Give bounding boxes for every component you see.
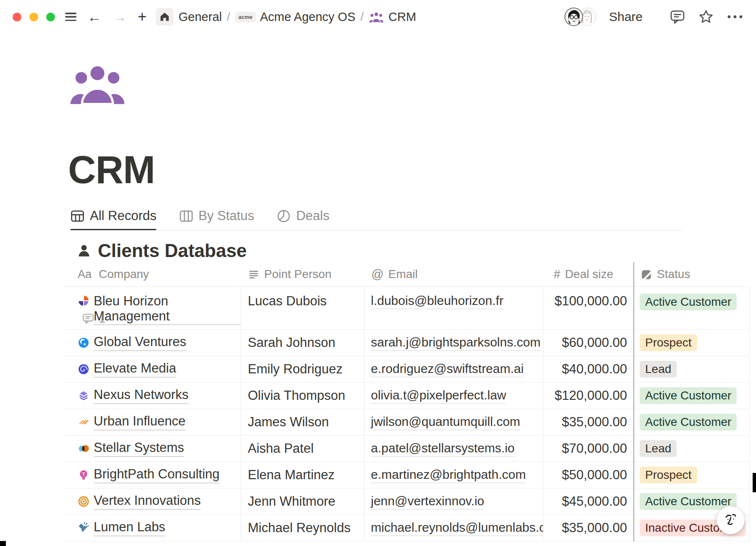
status-badge[interactable]: Active Customer (640, 294, 737, 310)
deal-size-cell[interactable]: $60,000.00 (543, 330, 634, 356)
point-person-cell[interactable]: Michael Reynolds (241, 515, 364, 541)
status-cell[interactable]: Lead (634, 356, 750, 382)
breadcrumb-general[interactable]: General (178, 10, 222, 24)
favorite-star-icon[interactable] (698, 9, 714, 25)
status-cell[interactable]: Prospect (634, 462, 750, 488)
point-person-cell[interactable]: Emily Rodriguez (241, 356, 364, 382)
table-row[interactable]: Vertex InnovationsJenn Whitmorejenn@vert… (62, 488, 750, 515)
email-link[interactable]: sarah.j@brightsparksolns.com (371, 335, 541, 351)
table-row[interactable]: Lumen LabsMichael Reynoldsmichael.reynol… (62, 515, 750, 541)
company-name-link[interactable]: BrightPath Consulting (94, 467, 220, 483)
collaborator-avatars[interactable] (564, 8, 596, 26)
status-badge[interactable]: Prospect (640, 334, 697, 351)
point-person-cell[interactable]: Aisha Patel (241, 436, 364, 462)
status-cell[interactable]: Prospect (634, 330, 750, 356)
table-row[interactable]: Stellar SystemsAisha Patela.patel@stella… (62, 436, 750, 462)
company-name-link[interactable]: Nexus Networks (94, 387, 189, 404)
table-row[interactable]: Urban InfluenceJames Wilsonjwilson@quant… (62, 409, 750, 436)
email-link[interactable]: l.dubois@bleuhorizon.fr (371, 294, 504, 309)
sidebar-menu-icon[interactable] (65, 13, 76, 21)
company-cell[interactable]: Stellar Systems (62, 436, 241, 462)
status-badge[interactable]: Lead (640, 361, 677, 378)
email-link[interactable]: e.rodriguez@swiftstream.ai (371, 362, 524, 377)
close-window-button[interactable] (13, 13, 21, 21)
email-cell[interactable]: e.rodriguez@swiftstream.ai (364, 356, 543, 382)
email-link[interactable]: jwilson@quantumquill.com (371, 415, 520, 430)
company-cell[interactable]: Elevate Media (62, 356, 241, 382)
company-cell[interactable]: Bleu Horizon Management1 (62, 286, 241, 329)
email-cell[interactable]: sarah.j@brightsparksolns.com (364, 330, 543, 356)
company-name-link[interactable]: Stellar Systems (94, 440, 184, 457)
email-link[interactable]: olivia.t@pixelperfect.law (371, 388, 506, 404)
company-name-link[interactable]: Global Ventures (94, 334, 186, 351)
minimize-window-button[interactable] (29, 13, 38, 21)
breadcrumb-crm[interactable]: CRM (388, 10, 416, 24)
table-row[interactable]: Elevate MediaEmily Rodrigueze.rodriguez@… (62, 356, 750, 383)
point-person-cell[interactable]: Lucas Dubois (241, 286, 364, 329)
more-options-icon[interactable] (727, 14, 743, 19)
point-person-cell[interactable]: Jenn Whitmore (241, 488, 364, 514)
tab-deals[interactable]: Deals (277, 208, 329, 223)
email-link[interactable]: e.martinez@brightpath.com (371, 467, 526, 483)
home-button[interactable] (156, 8, 173, 26)
company-name-link[interactable]: Bleu Horizon Management (94, 294, 241, 325)
breadcrumb-acme-agency-os[interactable]: Acme Agency OS (260, 10, 355, 24)
status-cell[interactable]: Active Customer (634, 383, 750, 409)
company-cell[interactable]: Vertex Innovations (62, 488, 241, 514)
deal-size-cell[interactable]: $50,000.00 (543, 462, 634, 488)
deal-size-cell[interactable]: $100,000.00 (543, 286, 634, 329)
ai-assistant-button[interactable] (717, 506, 745, 534)
company-cell[interactable]: TBrightPath Consulting (62, 462, 241, 488)
email-link[interactable]: michael.reynolds@lumenlabs.com (371, 520, 543, 536)
status-cell[interactable]: Active Customer (634, 409, 750, 435)
email-cell[interactable]: a.patel@stellarsystems.io (364, 436, 543, 462)
column-header-status[interactable]: Status (640, 262, 690, 286)
column-header-company[interactable]: Aa Company (78, 262, 149, 286)
company-cell[interactable]: Urban Influence (62, 409, 241, 435)
status-badge[interactable]: Prospect (640, 467, 697, 483)
share-button[interactable]: Share (609, 10, 643, 24)
point-person-cell[interactable]: James Wilson (241, 409, 364, 435)
status-badge[interactable]: Active Customer (640, 414, 737, 430)
email-cell[interactable]: e.martinez@brightpath.com (364, 462, 543, 488)
company-name-link[interactable]: Vertex Innovations (94, 493, 201, 510)
company-name-link[interactable]: Elevate Media (94, 361, 176, 378)
company-cell[interactable]: Nexus Networks (62, 383, 241, 409)
comments-icon[interactable] (669, 9, 685, 25)
point-person-cell[interactable]: Olivia Thompson (241, 383, 364, 409)
table-row[interactable]: Nexus NetworksOlivia Thompsonolivia.t@pi… (62, 383, 750, 409)
point-person-cell[interactable]: Sarah Johnson (241, 330, 364, 356)
tab-by-status[interactable]: By Status (179, 208, 255, 223)
status-column-divider[interactable] (633, 262, 634, 541)
deal-size-cell[interactable]: $40,000.00 (543, 356, 634, 382)
email-cell[interactable]: olivia.t@pixelperfect.law (364, 383, 543, 409)
status-badge[interactable]: Lead (640, 440, 677, 457)
status-badge[interactable]: Active Customer (640, 387, 737, 404)
company-name-link[interactable]: Lumen Labs (94, 520, 165, 536)
email-cell[interactable]: michael.reynolds@lumenlabs.com (364, 515, 543, 541)
company-name-link[interactable]: Urban Influence (94, 414, 186, 430)
email-cell[interactable]: jwilson@quantumquill.com (364, 409, 543, 435)
status-cell[interactable]: Lead (634, 436, 750, 462)
status-cell[interactable]: Active Customer (634, 286, 750, 329)
deal-size-cell[interactable]: $120,000.00 (543, 383, 634, 409)
forward-arrow-icon[interactable]: → (113, 10, 127, 24)
table-row[interactable]: Global VenturesSarah Johnsonsarah.j@brig… (62, 330, 750, 356)
comment-count[interactable]: 1 (82, 312, 105, 326)
new-page-icon[interactable]: + (138, 8, 147, 26)
column-header-point-person[interactable]: Point Person (248, 262, 331, 286)
deal-size-cell[interactable]: $35,000.00 (543, 515, 634, 541)
deal-size-cell[interactable]: $45,000.00 (543, 488, 634, 514)
table-row[interactable]: Bleu Horizon Management1Lucas Duboisl.du… (62, 286, 750, 330)
company-cell[interactable]: Global Ventures (62, 330, 241, 356)
table-row[interactable]: TBrightPath ConsultingElena Martineze.ma… (62, 462, 750, 488)
back-arrow-icon[interactable]: ← (87, 10, 102, 24)
email-cell[interactable]: jenn@vertexinnov.io (364, 488, 543, 514)
deal-size-cell[interactable]: $70,000.00 (543, 436, 634, 462)
point-person-cell[interactable]: Elena Martinez (241, 462, 364, 488)
deal-size-cell[interactable]: $35,000.00 (543, 409, 634, 435)
maximize-window-button[interactable] (46, 13, 55, 21)
company-cell[interactable]: Lumen Labs (62, 515, 241, 541)
column-header-deal-size[interactable]: # Deal size (554, 262, 613, 286)
page-icon-people[interactable] (70, 64, 125, 106)
